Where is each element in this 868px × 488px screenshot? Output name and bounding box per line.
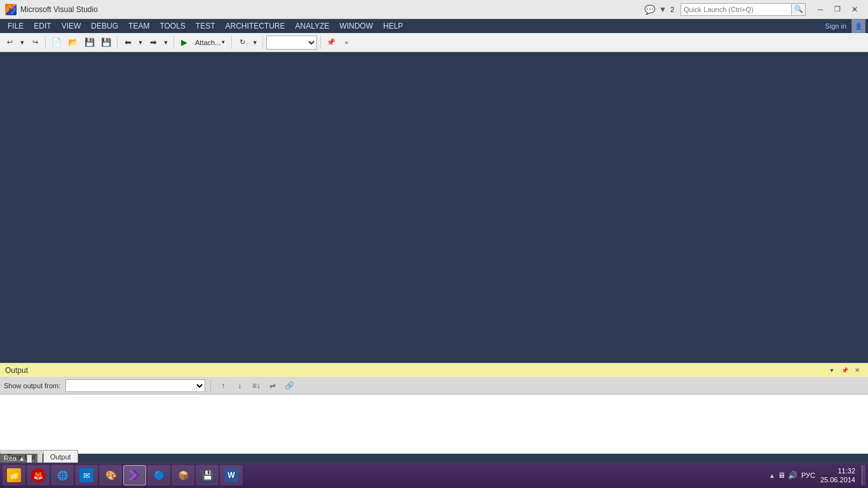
output-btn-4[interactable]: ⇌ [266, 379, 280, 392]
filter-icon[interactable]: ▼ [659, 5, 667, 14]
menu-help[interactable]: HELP [378, 20, 408, 32]
toolbar-open-button[interactable]: 📂 [65, 36, 81, 50]
output-btn-5[interactable]: 🔗 [282, 379, 296, 392]
system-tray: ▲ 🖥 🔊 РУС 11:32 25.06.2014 [769, 465, 865, 485]
taskbar-vs[interactable] [123, 465, 146, 485]
taskbar-paint[interactable]: 🎨 [99, 465, 122, 485]
menu-edit[interactable]: EDIT [29, 20, 56, 32]
close-button[interactable]: ✕ [846, 3, 863, 17]
vs-logo-icon [5, 4, 17, 15]
toolbar-separator-2 [117, 36, 118, 49]
windows-taskbar: 📁 🦊 🌐 ✉ 🎨 🔵 [0, 463, 868, 488]
account-icon: 👤 [851, 19, 865, 33]
output-btn-3[interactable]: ≡↓ [249, 379, 263, 392]
toolbar-refresh-dropdown[interactable]: ▼ [250, 36, 259, 50]
tray-show-hidden[interactable]: ▲ [769, 472, 775, 479]
svg-marker-2 [6, 5, 11, 8]
output-content[interactable] [0, 395, 868, 455]
output-panel: Output ▼ 📌 ✕ Show output from: ↑ ↓ ≡↓ ⇌ … [0, 363, 868, 455]
show-output-label: Show output from: [4, 382, 60, 390]
toolbar-refresh-button[interactable]: ↻ [235, 36, 249, 50]
restore-button[interactable]: ❐ [829, 3, 846, 17]
toolbar-redo-button[interactable]: ↪ [28, 36, 42, 50]
toolbar-config-dropdown[interactable] [266, 36, 317, 50]
panel-close-button[interactable]: ✕ [851, 365, 863, 376]
attach-dropdown-arrow: ▼ [220, 39, 226, 45]
status-text: Rea ▲▐▌ [0, 454, 37, 463]
tab-output[interactable]: Output [43, 450, 78, 463]
panel-dropdown-button[interactable]: ▼ [826, 365, 837, 376]
editor-area [0, 52, 868, 364]
toolbar-undo-arrow-button[interactable]: ↩ [3, 36, 17, 50]
comment-icon[interactable]: 💬 [644, 4, 655, 15]
sign-in-link[interactable]: Sign in [825, 22, 846, 30]
toolbar-saveas-button[interactable]: 💾 [98, 36, 114, 50]
toolbar-separator-1 [45, 36, 46, 49]
menu-file[interactable]: FILE [3, 20, 29, 32]
clock[interactable]: 11:32 25.06.2014 [820, 466, 855, 485]
clock-time: 11:32 [820, 466, 855, 475]
bottom-tabs: Error List Output [0, 454, 868, 463]
menu-tools[interactable]: TOOLS [154, 20, 190, 32]
taskbar-word[interactable]: W [220, 465, 243, 485]
toolbar-separator-4 [231, 36, 232, 49]
menu-analyze[interactable]: ANALYZE [290, 20, 335, 32]
tray-volume-icon[interactable]: 🔊 [788, 471, 797, 480]
panel-pin-button[interactable]: 📌 [839, 365, 850, 376]
clock-date: 25.06.2014 [820, 475, 855, 484]
menu-window[interactable]: WINDOW [334, 20, 378, 32]
output-btn-1[interactable]: ↑ [216, 379, 230, 392]
notification-area: 💬 ▼ 2 [644, 4, 674, 15]
taskbar-archive[interactable]: 📦 [172, 465, 194, 485]
toolbar-new-button[interactable]: 📄 [49, 36, 64, 50]
toolbar-forward-button[interactable]: ➡ [146, 36, 160, 50]
output-panel-titlebar: Output ▼ 📌 ✕ [0, 363, 868, 377]
toolbar-dropdown-btn2[interactable]: ▼ [136, 36, 145, 50]
panel-controls: ▼ 📌 ✕ [826, 365, 863, 376]
toolbar-separator-5 [262, 36, 263, 49]
toolbar: ↩ ▼ ↪ 📄 📂 💾 💾 ⬅ ▼ ➡ ▼ ▶ Attach... ▼ ↻ ▼ … [0, 33, 868, 52]
window-controls: ─ ❐ ✕ [812, 3, 863, 17]
taskbar-floppy[interactable]: 💾 [196, 465, 219, 485]
toolbar-dropdown-btn3[interactable]: ▼ [161, 36, 170, 50]
notification-count: 2 [670, 6, 674, 13]
output-panel-title: Output [5, 366, 826, 375]
toolbar-attach-button[interactable]: Attach... ▼ [193, 36, 228, 50]
quick-launch-container: 🔍 [681, 3, 806, 16]
tray-icons: ▲ 🖥 🔊 РУС [769, 471, 815, 480]
toolbar-back-button[interactable]: ⬅ [121, 36, 135, 50]
output-toolbar: Show output from: ↑ ↓ ≡↓ ⇌ 🔗 [0, 377, 868, 395]
output-toolbar-separator [210, 379, 211, 392]
menu-view[interactable]: VIEW [57, 20, 86, 32]
toolbar-save-button[interactable]: 💾 [82, 36, 97, 50]
title-bar: Microsoft Visual Studio 💬 ▼ 2 🔍 ─ ❐ ✕ [0, 0, 868, 19]
menu-team[interactable]: TEAM [123, 20, 154, 32]
toolbar-separator-6 [320, 36, 321, 49]
toolbar-start-button[interactable]: ▶ [177, 36, 191, 50]
menu-bar: FILE EDIT VIEW DEBUG TEAM TOOLS TEST ARC… [0, 19, 868, 33]
app-title: Microsoft Visual Studio [20, 5, 644, 14]
taskbar-outlook[interactable]: ✉ [75, 465, 98, 485]
output-source-dropdown[interactable] [65, 379, 205, 392]
taskbar-browser-red[interactable]: 🦊 [27, 465, 50, 485]
tray-keyboard-layout[interactable]: РУС [801, 471, 815, 479]
taskbar-file-explorer[interactable]: 📁 [3, 465, 25, 485]
taskbar-ie[interactable]: 🌐 [51, 465, 74, 485]
menu-architecture[interactable]: ARCHITECTURE [220, 20, 290, 32]
taskbar-chrome[interactable]: 🔵 [147, 465, 170, 485]
toolbar-separator-3 [173, 36, 174, 49]
menu-test[interactable]: TEST [191, 20, 220, 32]
attach-label: Attach... [195, 39, 220, 46]
toolbar-dropdown-btn1[interactable]: ▼ [18, 36, 27, 50]
toolbar-pin-button[interactable]: 📌 [324, 36, 338, 50]
tray-network-icon: 🖥 [778, 471, 785, 480]
quick-launch-input[interactable] [681, 3, 792, 16]
taskbar-apps: 📁 🦊 🌐 ✉ 🎨 🔵 [3, 465, 243, 485]
quick-launch-search-button[interactable]: 🔍 [792, 3, 806, 16]
menu-debug[interactable]: DEBUG [86, 20, 123, 32]
toolbar-more-button[interactable]: » [339, 36, 353, 50]
output-btn-2[interactable]: ↓ [233, 379, 247, 392]
minimize-button[interactable]: ─ [812, 3, 829, 17]
show-desktop-button[interactable] [862, 465, 865, 485]
